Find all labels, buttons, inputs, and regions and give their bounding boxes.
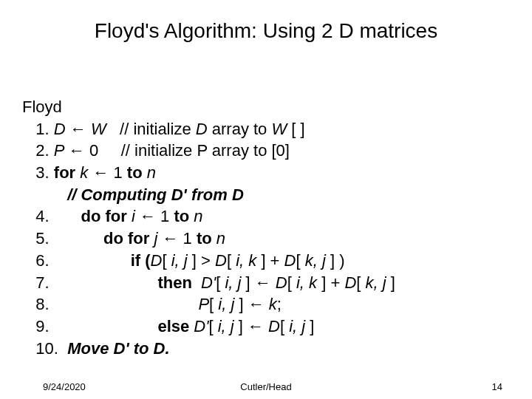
arrow-icon: ← — [92, 163, 109, 182]
num-9: 9. — [35, 317, 157, 335]
l6-b3: [ — [296, 251, 304, 270]
l8-b1c: ] — [234, 295, 248, 313]
l7-b3: [ — [356, 273, 365, 292]
slide: Floyd's Algorithm: Using 2 D matrices Fl… — [0, 0, 532, 399]
l6-D3: D — [284, 251, 296, 270]
l3-for: for — [54, 163, 80, 182]
algo-name: Floyd — [22, 96, 510, 118]
algo-line-3: 3. for k ← 1 to n — [22, 162, 510, 184]
l8-b1: [ — [209, 295, 218, 313]
l8-k: k — [265, 295, 277, 313]
l1-W2: W — [271, 120, 287, 138]
footer-center: Cutler/Head — [0, 381, 532, 392]
l7-ik: i, k — [296, 273, 317, 292]
l9-ij2: i, j — [289, 317, 305, 335]
l10-text: Move D' to D. — [67, 339, 169, 358]
l5-j: j — [154, 229, 162, 248]
l6-gt: ] > — [188, 251, 215, 270]
l3-to: to — [127, 163, 143, 182]
l8-ij: i, j — [218, 295, 234, 313]
l2-0: 0 — [85, 141, 98, 160]
l9-ij: i, j — [218, 317, 234, 335]
l7-ij: i, j — [225, 273, 241, 292]
l5-dofor: do for — [103, 229, 154, 248]
l7-b2: [ — [287, 273, 296, 292]
algo-line-1: 1. D ← W // initialize D array to W [ ] — [22, 118, 510, 140]
l9-b1c: ] — [234, 317, 248, 335]
num-7: 7. — [35, 273, 157, 292]
l6-plus: ] + — [256, 251, 284, 270]
l1-txt1: // initialize — [106, 120, 196, 138]
l7-D2: D — [344, 273, 356, 292]
l8-semi: ; — [277, 295, 282, 313]
num-3: 3. — [35, 163, 53, 182]
l5-n: n — [212, 229, 225, 248]
l1-br: [ ] — [287, 120, 304, 138]
algo-line-7: 7. then D'[ i, j ] ← D[ i, k ] + D[ k, j… — [22, 272, 510, 294]
l7-then: then — [157, 273, 201, 292]
arrow-icon: ← — [69, 141, 85, 160]
l7-kj: k, j — [366, 273, 386, 292]
num-4: 4. — [35, 207, 81, 225]
l1-D: D — [54, 120, 70, 138]
num-5: 5. — [35, 229, 103, 248]
l9-b2c: ] — [305, 317, 314, 335]
l4-n: n — [189, 207, 202, 225]
algo-line-10: 10. Move D' to D. — [22, 338, 510, 360]
l6-D1: D — [151, 251, 163, 270]
l6-kj: k, j — [305, 251, 326, 270]
l2-P: P — [54, 141, 69, 160]
slide-title: Floyd's Algorithm: Using 2 D matrices — [0, 19, 532, 43]
l6-close: ] ) — [326, 251, 345, 270]
l1-W: W — [86, 120, 106, 138]
l6-b2: [ — [227, 251, 236, 270]
l7-b1: [ — [216, 273, 225, 292]
l6-ik: i, k — [236, 251, 256, 270]
footer-page: 14 — [492, 381, 502, 392]
algo-line-5: 5. do for j ← 1 to n — [22, 228, 510, 250]
l4-to: to — [174, 207, 189, 225]
l5-to: to — [197, 229, 212, 248]
l9-else: else — [157, 317, 194, 335]
l3-1: 1 — [109, 163, 126, 182]
l5-1: 1 — [178, 229, 196, 248]
l8-P: P — [198, 295, 209, 313]
num-6: 6. — [35, 251, 130, 270]
l7-plus: ] + — [317, 273, 344, 292]
l2-txt: // initialize P array to [0] — [98, 141, 290, 160]
num-1: 1. — [35, 120, 53, 138]
algo-comment: // Computing D' from D — [22, 184, 510, 206]
arrow-icon: ← — [248, 317, 264, 335]
l6-b1: [ — [163, 251, 171, 270]
l4-1: 1 — [156, 207, 174, 225]
comment-text: // Computing D' from D — [67, 185, 244, 204]
l6-if: if ( — [131, 251, 151, 270]
l9-b1: [ — [208, 317, 217, 335]
arrow-icon: ← — [70, 120, 86, 138]
algo-line-6: 6. if (D[ i, j ] > D[ i, k ] + D[ k, j ]… — [22, 250, 510, 272]
arrow-icon: ← — [255, 273, 271, 292]
num-10: 10. — [35, 339, 67, 358]
algo-line-4: 4. do for i ← 1 to n — [22, 205, 510, 228]
l1-D2: D — [196, 120, 208, 138]
l9-b2: [ — [280, 317, 289, 335]
l6-D2: D — [215, 251, 227, 270]
l6-ij: i, j — [171, 251, 188, 270]
num-8: 8. — [35, 295, 198, 313]
algo-line-2: 2. P ← 0 // initialize P array to [0] — [22, 140, 510, 162]
algo-line-8: 8. P[ i, j ] ← k; — [22, 293, 510, 316]
arrow-icon: ← — [162, 229, 178, 248]
l7-Dp: D' — [201, 273, 216, 292]
l4-i: i — [132, 207, 140, 225]
num-2: 2. — [35, 141, 53, 160]
l1-txt2: array to — [208, 120, 272, 138]
arrow-icon: ← — [140, 207, 156, 225]
l7-b3c: ] — [386, 273, 395, 292]
l7-D: D — [271, 273, 287, 292]
l9-Dp: D' — [194, 317, 208, 335]
arrow-icon: ← — [248, 295, 265, 313]
l4-dofor: do for — [81, 207, 131, 225]
l9-D: D — [264, 317, 280, 335]
l7-b1c: ] — [241, 273, 254, 292]
l3-k: k — [80, 163, 92, 182]
